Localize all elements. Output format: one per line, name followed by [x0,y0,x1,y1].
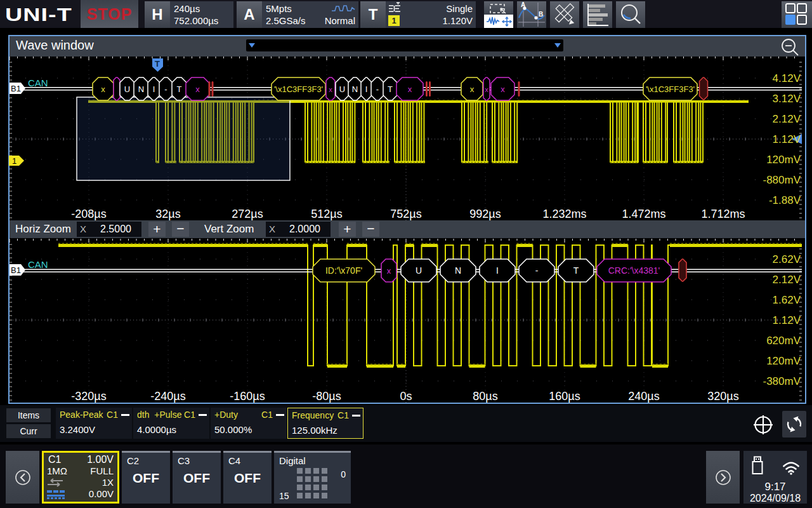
svg-text:0s: 0s [400,390,412,403]
svg-text:2.12V: 2.12V [773,274,801,286]
svg-text:CAN: CAN [28,259,48,270]
svg-text:U: U [416,265,422,276]
svg-text:B1: B1 [11,265,21,275]
svg-text:320µs: 320µs [707,390,738,403]
svg-text:120mV: 120mV [766,355,801,367]
svg-text:240µs: 240µs [628,390,659,403]
svg-text:T: T [573,265,579,276]
svg-text:-380mV: -380mV [763,375,801,387]
svg-text:-160µs: -160µs [230,390,265,403]
svg-text:80µs: 80µs [473,390,497,403]
svg-text:-240µs: -240µs [150,390,185,403]
svg-text:N: N [455,265,461,276]
svg-text:I: I [496,265,499,276]
svg-text:620mV: 620mV [766,335,801,347]
svg-text:1.12V: 1.12V [773,314,801,326]
svg-text:-: - [535,265,539,276]
svg-text:2.62V: 2.62V [773,253,801,265]
svg-text:CRC:'\x4381': CRC:'\x4381' [608,265,660,276]
svg-text:160µs: 160µs [549,390,580,403]
svg-text:x: x [387,266,391,276]
svg-text:1.62V: 1.62V [773,294,801,306]
svg-text:-320µs: -320µs [71,390,106,403]
svg-text:-80µs: -80µs [312,390,341,403]
svg-text:ID:'\x70F': ID:'\x70F' [325,265,362,276]
